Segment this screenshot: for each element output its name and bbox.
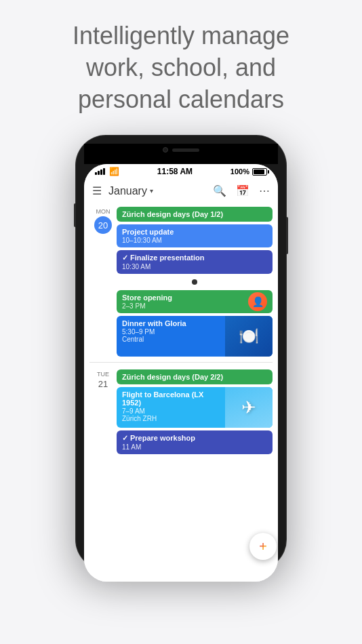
calendar-icon[interactable]: 📅 [236,184,249,197]
search-icon[interactable]: 🔍 [213,184,226,197]
events-monday: Zürich design days (Day 1/2) Project upd… [117,207,273,357]
event-project-update[interactable]: Project update 10–10:30 AM [117,224,273,247]
phone-screen: 📶 11:58 AM 100% ☰ January ▾ 🔍 [84,164,278,582]
wifi-icon: 📶 [109,167,119,176]
store-avatar: 👤 [248,292,267,311]
day-section-monday: MON 20 Zürich design days (Day 1/2) Proj… [84,203,278,361]
day-number-21: 21 [98,379,108,389]
month-selector[interactable]: January ▾ [108,185,213,197]
menu-button[interactable]: ☰ [92,184,102,197]
event-store-opening[interactable]: Store opening 2–3 PM 👤 [117,290,273,313]
status-right: 100% [230,167,267,176]
day-name-tue: TUE [97,371,109,378]
dinner-image: 🍽️ [225,316,273,357]
day-section-tuesday: TUE 21 Zürich design days (Day 2/2) Flig… [84,365,278,458]
event-zurich-day1[interactable]: Zürich design days (Day 1/2) [117,207,273,222]
battery-percent: 100% [230,167,249,176]
speaker-grille [172,148,199,152]
event-prepare-workshop[interactable]: ✓Prepare workshop 11 AM [117,430,273,454]
battery-icon [252,168,267,176]
event-finalize[interactable]: ✓Finalize presentation 10:30 AM [117,250,273,274]
day-label-monday: MON 20 [89,207,117,357]
plus-icon: + [259,539,267,555]
more-options-icon[interactable]: ⋯ [259,184,270,197]
chevron-down-icon: ▾ [150,187,153,195]
phone-frame: 📶 11:58 AM 100% ☰ January ▾ 🔍 [76,136,286,569]
hero-heading: Intelligently manage work, school, and p… [0,0,362,129]
signal-icon [95,168,105,175]
events-tuesday: Zürich design days (Day 2/2) Flight to B… [117,369,273,454]
event-flight[interactable]: Flight to Barcelona (LX 1952) 7–9 AM Zür… [117,387,273,428]
status-bar: 📶 11:58 AM 100% [84,164,278,179]
notch-bar [84,144,278,164]
event-zurich-day2[interactable]: Zürich design days (Day 2/2) [117,369,273,384]
day-divider [89,362,273,363]
phone-mockup: 📶 11:58 AM 100% ☰ January ▾ 🔍 [0,136,362,569]
status-left: 📶 [95,167,119,176]
flight-image: ✈ [225,387,273,428]
event-dinner[interactable]: Dinner with Gloria 5:30–9 PM Central 🍽️ [117,316,273,357]
calendar-scroll: MON 20 Zürich design days (Day 1/2) Proj… [84,203,278,582]
day-number-20: 20 [94,216,112,234]
day-label-tuesday: TUE 21 [89,369,117,454]
month-label: January [108,185,147,197]
day-name-mon: MON [96,208,110,215]
app-header: ☰ January ▾ 🔍 📅 ⋯ [84,179,278,203]
status-time: 11:58 AM [157,167,193,176]
notch [144,144,218,156]
header-icons: 🔍 📅 ⋯ [213,184,270,197]
timeline-dot [192,279,197,285]
camera-dot [163,147,168,153]
